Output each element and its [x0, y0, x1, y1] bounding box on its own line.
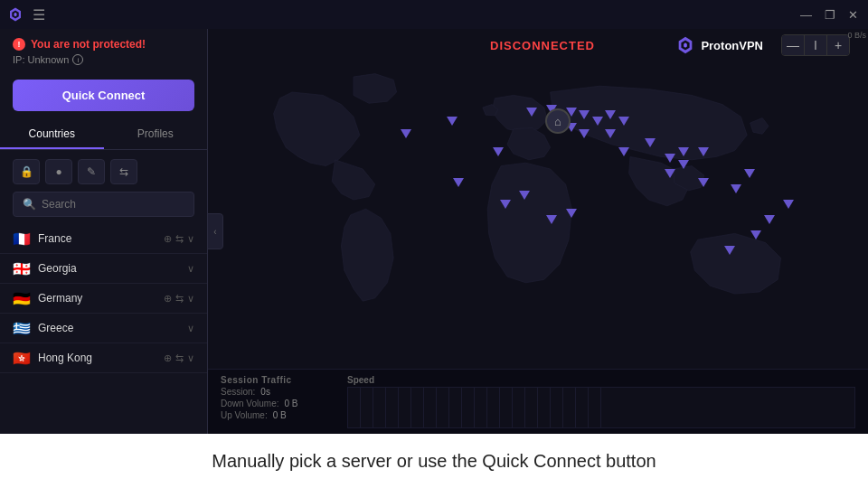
stats-bar: Session Traffic Session: 0s Down Volume:…	[208, 369, 868, 434]
grid-col	[475, 388, 487, 427]
hamburger-icon[interactable]: ☰	[33, 6, 45, 23]
grid-col	[449, 388, 462, 427]
not-protected-label: You are not protected!	[31, 38, 146, 51]
search-input[interactable]	[42, 198, 184, 211]
grid-col	[361, 388, 373, 427]
close-button[interactable]: ✕	[845, 8, 861, 22]
hint-text: Manually pick a server or use the Quick …	[212, 451, 656, 472]
country-item-greece[interactable]: 🇬🇷 Greece ∨	[0, 314, 207, 343]
tab-countries[interactable]: Countries	[0, 120, 104, 149]
filter-sort-icon[interactable]: ⇆	[110, 159, 137, 184]
ip-info: IP: Unknown i	[13, 54, 194, 65]
country-item-hongkong[interactable]: 🇭🇰 Hong Kong ⊕ ⇆ ∨	[0, 343, 207, 373]
brand-name: ProtonVPN	[701, 39, 763, 52]
filter-p2p-icon[interactable]: ●	[45, 159, 72, 184]
home-pin: ⌂	[545, 108, 571, 134]
greece-flag: 🇬🇷	[13, 322, 31, 334]
filter-icons: 🔒 ● ✎ ⇆	[0, 155, 207, 192]
grid-col	[424, 388, 437, 427]
warning-icon: !	[13, 38, 25, 51]
filter-secure-icon[interactable]: 🔒	[13, 159, 40, 184]
zoom-i-button[interactable]: I	[805, 35, 826, 55]
zoom-plus-button[interactable]: +	[827, 35, 849, 55]
tab-profiles[interactable]: Profiles	[104, 120, 208, 149]
grid-col	[399, 388, 411, 427]
restore-button[interactable]: ❐	[822, 8, 838, 22]
grid-col	[576, 388, 589, 427]
hongkong-label: Hong Kong	[38, 352, 156, 364]
hongkong-secure-icon[interactable]: ⊕	[164, 352, 172, 364]
window-controls: — ❐ ✕	[797, 8, 861, 22]
hongkong-flag: 🇭🇰	[13, 352, 31, 364]
ip-label: IP: Unknown	[13, 54, 69, 65]
country-item-georgia[interactable]: 🇬🇪 Georgia ∨	[0, 254, 207, 284]
speed-graph	[347, 387, 855, 428]
info-icon[interactable]: i	[72, 54, 83, 65]
sidebar: ! You are not protected! IP: Unknown i Q…	[0, 29, 208, 434]
proton-vpn-logo	[675, 35, 695, 55]
home-pin-area: ⌂	[545, 108, 571, 134]
france-label: France	[38, 232, 156, 245]
down-value: 0 B	[284, 399, 297, 408]
grid-col	[513, 388, 525, 427]
search-box: 🔍	[13, 192, 194, 217]
germany-connect-icon[interactable]: ⇆	[175, 293, 184, 305]
greece-chevron-icon[interactable]: ∨	[187, 323, 194, 334]
quick-connect-button[interactable]: Quick Connect	[13, 80, 194, 111]
france-connect-icon[interactable]: ⇆	[175, 233, 184, 245]
grid-col	[386, 388, 399, 427]
session-key: Session:	[221, 387, 255, 397]
country-item-germany[interactable]: 🇩🇪 Germany ⊕ ⇆ ∨	[0, 284, 207, 314]
zoom-controls: — I +	[781, 34, 850, 56]
germany-chevron-icon[interactable]: ∨	[187, 293, 194, 305]
filter-edit-icon[interactable]: ✎	[78, 159, 105, 184]
status-bar: ! You are not protected! IP: Unknown i	[0, 29, 207, 70]
minimize-button[interactable]: —	[797, 8, 815, 22]
right-top-bar: DISCONNECTED ProtonVPN — I +	[208, 29, 868, 61]
france-flag: 🇫🇷	[13, 232, 31, 245]
germany-actions: ⊕ ⇆ ∨	[164, 293, 194, 305]
grid-col	[373, 388, 386, 427]
grid-col	[487, 388, 500, 427]
up-row: Up Volume: 0 B	[221, 410, 329, 420]
up-value: 0 B	[273, 410, 287, 420]
hongkong-chevron-icon[interactable]: ∨	[187, 352, 194, 364]
germany-label: Germany	[38, 292, 156, 305]
speed-graph-grid	[348, 388, 854, 427]
hongkong-actions: ⊕ ⇆ ∨	[164, 352, 194, 364]
collapse-sidebar-button[interactable]: ‹	[207, 213, 223, 249]
right-panel: ‹ DISCONNECTED ProtonVPN — I	[208, 29, 868, 434]
country-list: 🇫🇷 France ⊕ ⇆ ∨ 🇬🇪 Georgia ∨ 🇩🇪 Germany	[0, 224, 207, 434]
main-container: ! You are not protected! IP: Unknown i Q…	[0, 29, 868, 434]
hint-bar: Manually pick a server or use the Quick …	[0, 434, 868, 488]
grid-col	[525, 388, 538, 427]
down-key: Down Volume:	[221, 399, 278, 408]
zoom-minus-button[interactable]: —	[782, 35, 804, 55]
germany-flag: 🇩🇪	[13, 292, 31, 305]
france-chevron-icon[interactable]: ∨	[187, 233, 194, 245]
greece-actions: ∨	[187, 323, 194, 334]
georgia-label: Georgia	[38, 262, 180, 275]
country-item-france[interactable]: 🇫🇷 France ⊕ ⇆ ∨	[0, 224, 207, 254]
grid-col	[538, 388, 551, 427]
germany-secure-icon[interactable]: ⊕	[164, 293, 172, 305]
session-row: Session: 0s	[221, 387, 329, 397]
map-container[interactable]: ⌂	[208, 61, 868, 369]
france-secure-icon[interactable]: ⊕	[164, 233, 172, 245]
grid-col	[500, 388, 513, 427]
title-bar-left: ☰	[7, 6, 45, 23]
france-actions: ⊕ ⇆ ∨	[164, 233, 194, 245]
tabs-container: Countries Profiles	[0, 120, 207, 150]
grid-col	[437, 388, 449, 427]
speed-section: Speed 0 B/s	[347, 375, 855, 428]
grid-col	[551, 388, 563, 427]
session-traffic-section: Session Traffic Session: 0s Down Volume:…	[221, 375, 329, 428]
grid-col	[462, 388, 475, 427]
hongkong-connect-icon[interactable]: ⇆	[175, 352, 184, 364]
speed-value: 0 B/s	[847, 31, 866, 40]
greece-label: Greece	[38, 322, 180, 334]
georgia-chevron-icon[interactable]: ∨	[187, 263, 194, 275]
world-map	[208, 61, 868, 369]
up-key: Up Volume:	[221, 410, 268, 420]
grid-col	[411, 388, 424, 427]
